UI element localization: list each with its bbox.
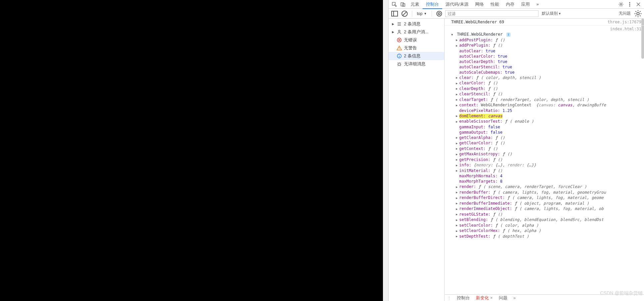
live-expression-icon[interactable] xyxy=(435,10,443,18)
property-row[interactable]: clearDepth: ƒ () xyxy=(456,86,641,92)
expand-arrow-icon[interactable] xyxy=(456,152,459,157)
property-row[interactable]: clearColor: ƒ () xyxy=(456,80,641,86)
tab-more[interactable]: » xyxy=(533,0,542,8)
expand-arrow-icon[interactable] xyxy=(456,217,459,223)
property-row[interactable]: autoScaleCubemaps: true xyxy=(456,70,641,75)
drawer-tab-changes[interactable]: 新变化 xyxy=(476,295,489,301)
property-row[interactable]: info: {memory: {…}, render: {…}} xyxy=(456,162,641,168)
expand-arrow-icon[interactable] xyxy=(451,32,455,37)
sidebar-item[interactable]: 无错误 xyxy=(389,36,444,44)
info-icon[interactable]: i xyxy=(506,33,510,37)
property-row[interactable]: clear: ƒ ( color, depth, stencil ) xyxy=(456,75,641,81)
drawer-more-icon[interactable]: » xyxy=(513,295,516,300)
filter-input[interactable] xyxy=(445,10,538,17)
expand-arrow-icon[interactable] xyxy=(456,119,459,124)
tab-memory[interactable]: 内存 xyxy=(502,0,518,9)
console-settings-icon[interactable] xyxy=(634,10,642,18)
expand-arrow-icon[interactable] xyxy=(456,146,459,151)
property-row[interactable]: context: WebGLRenderingContext {canvas: … xyxy=(456,102,641,108)
property-row[interactable]: getMaxAnisotropy: ƒ () xyxy=(456,151,641,157)
expand-arrow-icon[interactable] xyxy=(456,195,459,201)
property-row[interactable]: getClearColor: ƒ () xyxy=(456,140,641,146)
console-log-row[interactable]: THREE.WebGLRenderer 69 three.js:17679 xyxy=(445,19,644,26)
sidebar-item[interactable]: 无详细消息 xyxy=(389,60,444,68)
viewport-scrollbar[interactable] xyxy=(383,0,388,301)
object-header[interactable]: THREE.WebGLRenderer i xyxy=(451,32,641,37)
property-row[interactable]: renderBufferImmediate: ƒ ( object, progr… xyxy=(456,201,641,206)
toggle-sidebar-icon[interactable] xyxy=(391,10,399,18)
expand-arrow-icon[interactable] xyxy=(456,157,459,162)
property-row[interactable]: maxMorphTargets: 8 xyxy=(456,179,641,184)
tab-performance[interactable]: 性能 xyxy=(487,0,502,9)
expand-arrow-icon[interactable] xyxy=(456,103,459,108)
expand-arrow-icon[interactable] xyxy=(456,234,459,239)
property-row[interactable]: autoClear: true xyxy=(456,48,641,54)
drawer-tab-issues[interactable]: 问题 xyxy=(499,295,507,301)
property-row[interactable]: renderBufferDirect: ƒ ( camera, lights, … xyxy=(456,195,641,201)
drawer-tab-console[interactable]: 控制台 xyxy=(457,295,470,301)
tab-console[interactable]: 控制台 xyxy=(423,0,442,9)
log-level-selector[interactable]: 默认级别 ▼ xyxy=(540,11,563,16)
property-row[interactable]: getContext: ƒ () xyxy=(456,146,641,152)
property-row[interactable]: renderBuffer: ƒ ( camera, lights, fog, m… xyxy=(456,190,641,195)
property-row[interactable]: autoClearColor: true xyxy=(456,54,641,59)
property-row[interactable]: gammaInput: false xyxy=(456,124,641,130)
expand-arrow-icon[interactable] xyxy=(456,43,459,48)
property-row[interactable]: addPrePlugin: ƒ () xyxy=(456,43,641,48)
expand-arrow-icon[interactable] xyxy=(456,81,459,86)
property-row[interactable]: clearTarget: ƒ ( renderTarget, color, de… xyxy=(456,97,641,103)
property-row[interactable]: setDepthTest: ƒ ( depthTest ) xyxy=(456,234,641,239)
close-drawer-tab-icon[interactable]: × xyxy=(490,295,493,300)
expand-arrow-icon[interactable] xyxy=(456,190,459,195)
tab-network[interactable]: 网络 xyxy=(472,0,487,9)
expand-arrow-icon[interactable] xyxy=(456,228,459,234)
property-row[interactable]: resetGLState: ƒ () xyxy=(456,212,641,217)
inspect-element-icon[interactable] xyxy=(390,0,399,9)
log-source-link[interactable]: three.js:17679 xyxy=(601,19,641,25)
expand-arrow-icon[interactable] xyxy=(456,223,459,228)
close-devtools-icon[interactable] xyxy=(634,0,643,9)
expand-arrow-icon[interactable] xyxy=(456,86,459,91)
property-row[interactable]: render: ƒ ( scene, camera, renderTarget,… xyxy=(456,184,641,190)
tab-application[interactable]: 应用 xyxy=(518,0,533,9)
sidebar-item[interactable]: 2 条信息 xyxy=(389,52,444,60)
expand-arrow-icon[interactable] xyxy=(456,37,459,43)
property-row[interactable]: domElement: canvas xyxy=(456,113,641,119)
expand-arrow-icon[interactable] xyxy=(456,97,459,102)
expand-arrow-icon[interactable] xyxy=(456,92,459,97)
property-row[interactable]: initMaterial: ƒ () xyxy=(456,168,641,174)
property-row[interactable]: getPrecision: ƒ () xyxy=(456,157,641,163)
property-row[interactable]: maxMorphNormals: 4 xyxy=(456,173,641,179)
expand-arrow-icon[interactable] xyxy=(456,163,459,168)
property-row[interactable]: devicePixelRatio: 1.25 xyxy=(456,108,641,113)
log-source-link[interactable]: index.html:31 xyxy=(603,26,641,32)
property-row[interactable]: renderImmediateObject: ƒ ( camera, light… xyxy=(456,206,641,212)
clear-console-icon[interactable] xyxy=(401,10,409,18)
sidebar-item[interactable]: ▶2 条消息 xyxy=(389,20,444,28)
kebab-menu-icon[interactable] xyxy=(625,0,634,9)
property-row[interactable]: autoClearStencil: true xyxy=(456,64,641,70)
expand-arrow-icon[interactable] xyxy=(456,75,459,80)
sidebar-item[interactable]: 无警告 xyxy=(389,44,444,52)
sidebar-item[interactable]: ▶2 条用户消... xyxy=(389,28,444,36)
device-toolbar-icon[interactable] xyxy=(399,0,407,9)
tab-sources[interactable]: 源代码/来源 xyxy=(442,0,472,9)
property-row[interactable]: setClearColor: ƒ ( color, alpha ) xyxy=(456,223,641,228)
property-row[interactable]: autoClearDepth: true xyxy=(456,59,641,64)
expand-arrow-icon[interactable] xyxy=(456,206,459,212)
tab-elements[interactable]: 元素 xyxy=(407,0,423,9)
property-row[interactable]: setBlending: ƒ ( blending, blendEquation… xyxy=(456,217,641,223)
property-row[interactable]: gammaOutput: false xyxy=(456,130,641,135)
property-row[interactable]: clearStencil: ƒ () xyxy=(456,91,641,97)
context-selector[interactable]: top ▼ xyxy=(416,11,428,16)
expand-arrow-icon[interactable] xyxy=(456,135,459,140)
property-row[interactable]: getClearAlpha: ƒ () xyxy=(456,135,641,141)
expand-arrow-icon[interactable] xyxy=(456,201,459,206)
expand-arrow-icon[interactable] xyxy=(456,141,459,146)
drawer-toggle-icon[interactable]: ⋮ xyxy=(448,296,451,300)
expand-arrow-icon[interactable] xyxy=(456,168,459,173)
expand-arrow-icon[interactable] xyxy=(456,184,459,190)
property-row[interactable]: setClearColorHex: ƒ ( hex, alpha ) xyxy=(456,228,641,234)
expand-arrow-icon[interactable] xyxy=(456,113,459,119)
issues-button[interactable]: 无问题 xyxy=(617,11,632,16)
